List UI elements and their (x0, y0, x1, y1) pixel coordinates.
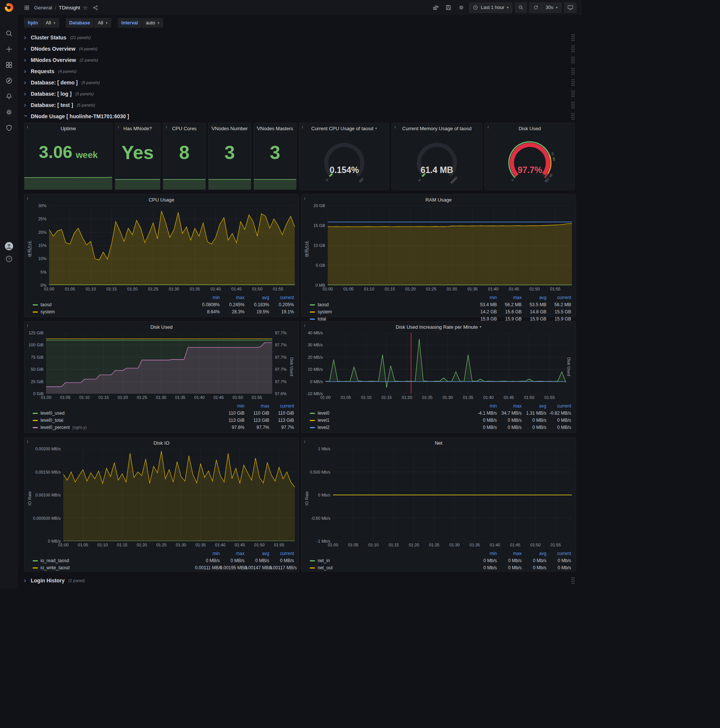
legend-series-level1[interactable]: level1 (310, 417, 472, 424)
drag-handle-icon[interactable] (572, 577, 575, 584)
row-login-history[interactable]: ›Login History(1 panel) (24, 576, 576, 585)
chart-plot-disk_used[interactable] (46, 333, 272, 394)
row-requests[interactable]: ›Requests(4 panels) (24, 66, 576, 76)
drag-handle-icon[interactable] (572, 34, 575, 41)
panel-info-icon[interactable]: i (302, 125, 303, 129)
legend-column-avg[interactable]: avg (522, 295, 546, 301)
grafana-logo-icon[interactable] (4, 3, 14, 12)
panel-info-icon[interactable]: i (27, 323, 28, 327)
plot-area-disk_used[interactable] (46, 333, 272, 394)
legend-column-current[interactable]: current (546, 551, 571, 557)
panel-title-cpu-cores[interactable]: CPU Cores (163, 123, 206, 134)
legend-column-min[interactable]: min (195, 551, 220, 557)
legend-column-current[interactable]: current (269, 403, 294, 410)
panel-info-icon[interactable]: i (27, 125, 28, 129)
legend-series-level0-total[interactable]: level0_total (33, 417, 220, 424)
zoom-out-button[interactable] (515, 3, 526, 13)
configuration-gear-icon[interactable] (4, 107, 14, 117)
panel-title-disk-io[interactable]: Disk IO (24, 437, 299, 448)
legend-column-min[interactable]: min (220, 403, 244, 410)
legend-column-max[interactable]: max (497, 295, 522, 301)
legend-series-net-in[interactable]: net_in (310, 558, 472, 564)
legend-series-net-out[interactable]: net_out (310, 565, 472, 571)
legend-column-avg[interactable]: avg (522, 551, 546, 557)
row-cluster-status[interactable]: ›Cluster Status(21 panels) (24, 33, 576, 42)
variable-value-database[interactable]: All▾ (94, 18, 111, 28)
drag-handle-icon[interactable] (572, 102, 575, 109)
drag-handle-icon[interactable] (572, 113, 575, 120)
chart-plot-net[interactable] (333, 449, 572, 541)
variable-label-database[interactable]: Database (66, 18, 94, 28)
legend-column-avg[interactable]: avg (244, 295, 269, 301)
drag-handle-icon[interactable] (572, 79, 575, 86)
refresh-button-group[interactable]: 30s ▾ (529, 3, 561, 13)
add-panel-icon[interactable] (431, 3, 441, 12)
explore-compass-icon[interactable] (4, 76, 14, 86)
row-mnodes-overview[interactable]: ›MNodes Overview(2 panels) (24, 55, 576, 64)
search-icon[interactable] (4, 29, 14, 38)
row-database-demo[interactable]: ›Database: [ demo ](5 panels) (24, 78, 576, 87)
help-icon[interactable]: ? (0, 255, 18, 263)
variable-value-interval[interactable]: auto▾ (142, 18, 163, 28)
plot-area-disk_rate[interactable] (325, 333, 566, 394)
panel-title-disk-gauge[interactable]: Disk Used (485, 123, 575, 134)
legend-column-min[interactable]: min (472, 295, 497, 301)
row-dnode-usage-huolinhe-tm1701-6030[interactable]: ›DNode Usage [ huolinhe-TM1701:6030 ] (24, 112, 576, 121)
variable-label-interval[interactable]: Interval (118, 18, 142, 28)
panel-title-cpu-usage[interactable]: CPU Usage (24, 194, 299, 205)
user-avatar[interactable] (0, 242, 18, 251)
panel-title-ram-usage[interactable]: RAM Usage (302, 194, 576, 205)
legend-series-system[interactable]: system (33, 309, 195, 315)
legend-column-avg[interactable]: avg (522, 403, 546, 410)
row-database-test[interactable]: ›Database: [ test ](5 panels) (24, 100, 576, 110)
panel-info-icon[interactable]: i (27, 439, 28, 444)
drag-handle-icon[interactable] (572, 46, 575, 52)
legend-column-min[interactable]: min (472, 403, 497, 410)
panel-title-cpu-gauge[interactable]: Current CPU Usage of taosd▾ (299, 123, 389, 134)
legend-column-min[interactable]: min (472, 551, 497, 557)
legend-column-max[interactable]: max (497, 551, 522, 557)
plot-area-cpu_usage[interactable] (49, 206, 295, 285)
legend-series-io-read-taosd[interactable]: io_read_taosd (33, 558, 195, 564)
favorite-star-icon[interactable]: ☆ (83, 5, 88, 11)
chart-plot-ram_usage[interactable] (328, 206, 572, 285)
legend-column-current[interactable]: current (269, 551, 294, 557)
dashboard-settings-icon[interactable] (456, 3, 466, 12)
panel-info-icon[interactable]: i (395, 125, 396, 129)
server-admin-shield-icon[interactable] (4, 123, 14, 133)
page-title[interactable]: TDinsight (59, 5, 80, 11)
dashboards-icon[interactable] (4, 60, 14, 70)
plot-area-net[interactable] (333, 449, 572, 541)
cycle-view-button[interactable] (564, 3, 577, 13)
breadcrumb-folder[interactable]: General (34, 5, 52, 11)
legend-series-level0-used[interactable]: level0_used (33, 410, 220, 416)
legend-series-io-write-taosd[interactable]: io_write_taosd (33, 565, 195, 571)
panel-info-icon[interactable]: i (256, 125, 258, 129)
plot-area-disk_io[interactable] (63, 449, 295, 541)
plot-area-ram_usage[interactable] (328, 206, 572, 285)
variable-value-fqdn[interactable]: All▾ (42, 18, 59, 28)
panel-title-mem-gauge[interactable]: Current Memory Usage of taosd (392, 123, 482, 134)
legend-series-taosd[interactable]: taosd (33, 302, 195, 308)
panel-title-vnodes-number[interactable]: VNodes Number (209, 123, 251, 134)
panel-info-icon[interactable]: i (27, 196, 28, 200)
panel-info-icon[interactable]: i (166, 125, 167, 129)
chart-plot-disk_io[interactable] (63, 449, 295, 541)
panel-info-icon[interactable]: i (304, 196, 305, 200)
share-icon[interactable] (90, 3, 100, 12)
legend-column-current[interactable]: current (269, 295, 294, 301)
legend-column-current[interactable]: current (546, 295, 571, 301)
panel-title-net[interactable]: Net (302, 437, 576, 448)
legend-series-level0[interactable]: level0 (310, 410, 472, 416)
legend-column-max[interactable]: max (220, 295, 244, 301)
row-database-log[interactable]: ›Database: [ log ](5 panels) (24, 89, 576, 98)
legend-series-level0-percent[interactable]: level0_percent(right-y) (33, 424, 220, 431)
legend-column-current[interactable]: current (546, 403, 571, 410)
row-dnodes-overview[interactable]: ›DNodes Overview(4 panels) (24, 44, 576, 53)
legend-series-system[interactable]: system (310, 309, 472, 315)
panel-info-icon[interactable]: i (304, 439, 305, 444)
panel-info-icon[interactable]: i (304, 323, 305, 327)
panel-info-icon[interactable]: i (488, 125, 489, 129)
legend-column-min[interactable]: min (195, 295, 220, 301)
save-dashboard-icon[interactable] (444, 3, 453, 12)
